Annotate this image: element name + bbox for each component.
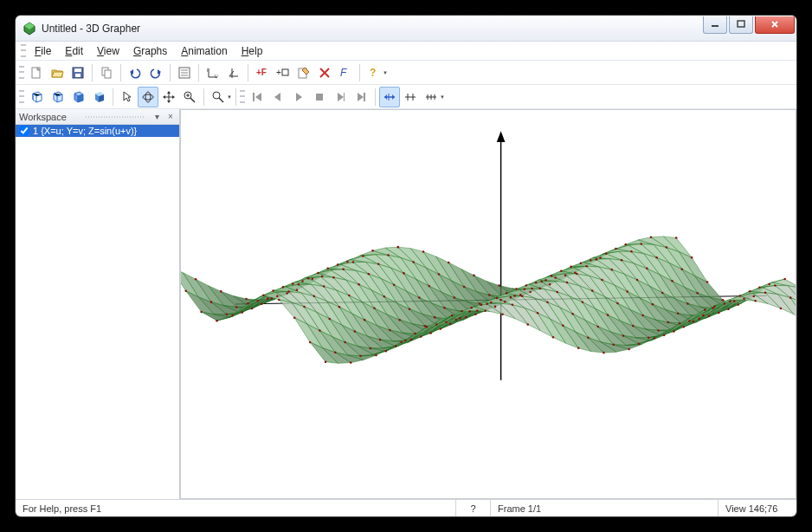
svg-point-563 <box>686 302 689 305</box>
undo-button[interactable] <box>125 62 145 83</box>
snap-y-button[interactable] <box>400 87 421 107</box>
zoom-tool[interactable] <box>208 87 229 107</box>
open-button[interactable] <box>47 62 68 83</box>
svg-point-582 <box>652 303 654 306</box>
svg-point-614 <box>429 332 432 334</box>
svg-point-583 <box>677 312 680 315</box>
svg-point-581 <box>626 290 628 293</box>
menu-graphs[interactable]: Graphs <box>126 43 174 59</box>
workspace-item[interactable]: 1 {X=u; Y=v; Z=sin(u+v)} <box>16 125 179 137</box>
workspace-item-checkbox[interactable] <box>19 126 29 136</box>
play-button[interactable] <box>288 87 309 107</box>
copy-button[interactable] <box>96 62 117 83</box>
svg-point-592 <box>389 329 391 332</box>
svg-point-515 <box>504 301 506 303</box>
toolbar2-overflow-icon[interactable]: ▼ <box>440 94 445 100</box>
minimize-button[interactable] <box>703 16 727 34</box>
help-button[interactable]: ? <box>364 62 384 83</box>
svg-point-495 <box>513 295 516 297</box>
svg-point-635 <box>445 321 448 324</box>
3d-viewport[interactable] <box>180 109 796 499</box>
svg-point-478 <box>599 256 602 259</box>
svg-point-463 <box>220 290 222 293</box>
svg-point-667 <box>739 295 742 297</box>
add-box-button[interactable]: + <box>273 62 293 83</box>
svg-point-504 <box>226 314 229 316</box>
svg-point-595 <box>465 316 467 319</box>
workspace-dropdown-icon[interactable]: ▾ <box>151 112 162 121</box>
view-hidden-button[interactable] <box>47 87 68 107</box>
redo-button[interactable] <box>145 62 166 83</box>
first-icon <box>251 91 263 103</box>
svg-point-538 <box>570 266 572 269</box>
svg-point-517 <box>554 276 557 279</box>
properties-button[interactable] <box>174 62 195 83</box>
edit-function-button[interactable] <box>293 62 314 83</box>
maximize-button[interactable] <box>729 16 753 34</box>
status-frame: Frame 1/1 <box>491 500 719 516</box>
snap-x-button[interactable] <box>379 87 400 107</box>
svg-point-520 <box>630 250 633 253</box>
svg-marker-38 <box>172 95 175 99</box>
workspace-close-icon[interactable]: × <box>165 112 176 121</box>
svg-rect-45 <box>316 94 323 101</box>
prev-frame-button[interactable] <box>267 87 288 107</box>
view-wireframe-button[interactable] <box>26 87 47 107</box>
window-title: Untitled - 3D Grapher <box>42 23 701 35</box>
svg-rect-47 <box>344 93 345 101</box>
svg-point-534 <box>469 310 472 313</box>
menu-edit[interactable]: Edit <box>58 43 90 59</box>
axes-labels-icon: IU <box>206 66 220 80</box>
edit-function-icon <box>297 66 311 80</box>
svg-point-467 <box>321 276 324 278</box>
svg-point-509 <box>352 261 355 263</box>
next-frame-button[interactable] <box>330 87 351 107</box>
first-frame-button[interactable] <box>247 87 267 107</box>
snap-z-button[interactable] <box>421 87 441 107</box>
axes-button[interactable] <box>223 62 244 83</box>
new-button[interactable] <box>26 62 47 83</box>
svg-point-579 <box>576 273 578 276</box>
svg-point-562 <box>661 292 664 295</box>
svg-point-549 <box>332 276 335 279</box>
svg-marker-59 <box>497 131 506 142</box>
select-tool[interactable] <box>117 87 138 107</box>
svg-point-601 <box>616 302 619 305</box>
menu-file[interactable]: File <box>28 43 58 59</box>
svg-marker-48 <box>358 93 364 101</box>
menu-animation[interactable]: Animation <box>174 43 234 59</box>
svg-point-668 <box>764 292 767 295</box>
zoom-dropdown-icon[interactable]: ▼ <box>227 94 232 100</box>
stop-button[interactable] <box>309 87 330 107</box>
svg-point-473 <box>473 275 475 277</box>
last-icon <box>355 91 367 103</box>
delete-function-button[interactable] <box>314 62 335 83</box>
add-function-button[interactable]: +F <box>252 62 273 83</box>
close-button[interactable] <box>755 16 795 34</box>
svg-marker-35 <box>167 91 171 94</box>
menu-view[interactable]: View <box>90 43 126 59</box>
svg-point-622 <box>632 325 635 328</box>
italic-function-button[interactable]: F <box>335 62 356 83</box>
svg-point-596 <box>490 302 493 304</box>
view-shaded-button[interactable] <box>88 87 109 107</box>
toolbar-overflow-icon[interactable]: ▼ <box>383 70 388 75</box>
svg-point-634 <box>420 335 422 338</box>
svg-point-662 <box>612 344 615 347</box>
svg-point-651 <box>334 351 337 354</box>
menu-help[interactable]: Help <box>235 43 270 59</box>
svg-point-554 <box>459 317 461 320</box>
svg-point-688 <box>754 300 757 302</box>
last-frame-button[interactable] <box>351 87 371 107</box>
view-flat-button[interactable] <box>68 87 88 107</box>
axes-labels-button[interactable]: IU <box>203 62 223 83</box>
svg-point-644 <box>673 330 675 333</box>
pan-tool[interactable] <box>158 87 179 107</box>
svg-point-492 <box>438 273 441 276</box>
fit-tool[interactable] <box>179 87 200 107</box>
save-button[interactable] <box>68 62 88 83</box>
svg-point-578 <box>551 275 553 277</box>
rotate-tool[interactable] <box>138 87 158 107</box>
svg-rect-9 <box>105 70 111 78</box>
svg-point-612 <box>379 339 382 341</box>
